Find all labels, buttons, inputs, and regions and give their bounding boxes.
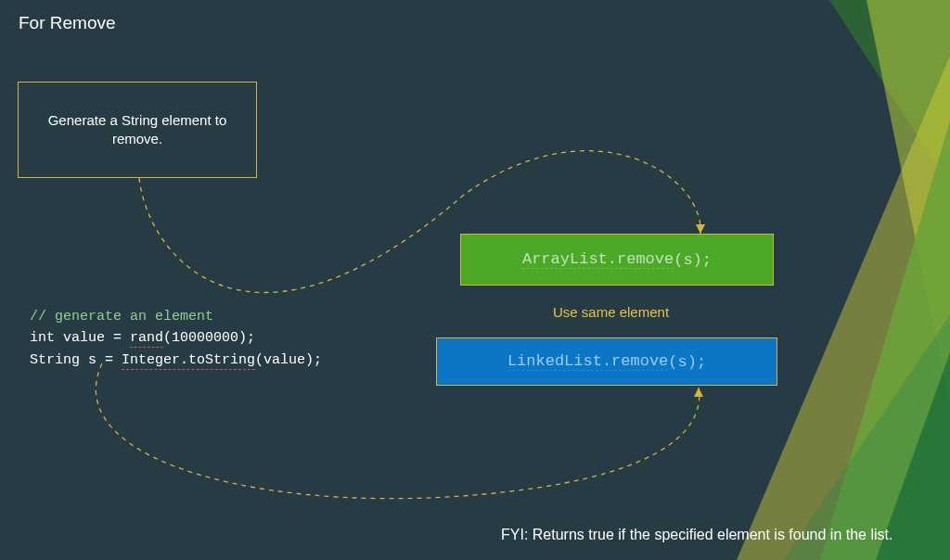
code-line2-pre: int value = (30, 330, 130, 346)
arraylist-remove-box: ArrayList.remove(s); (460, 234, 774, 286)
fyi-note: FYI: Returns true if the specified eleme… (501, 527, 892, 543)
linkedlist-remove-box: LinkedList.remove(s); (436, 337, 777, 386)
code-line3-pre: String s = (30, 352, 122, 368)
generate-element-text: Generate a String element to remove. (37, 111, 238, 149)
arraylist-api-name: ArrayList.remove (522, 250, 674, 269)
generate-element-box: Generate a String element to remove. (18, 82, 257, 178)
code-line3-fn: Integer.toString (122, 352, 255, 370)
linkedlist-api-name: LinkedList.remove (507, 352, 668, 371)
arraylist-api-rest: (s); (674, 251, 712, 269)
use-same-element-label: Use same element (553, 304, 669, 320)
code-block: // generate an element int value = rand(… (30, 306, 322, 371)
code-comment: // generate an element (30, 309, 213, 325)
code-line2-fn: rand (130, 330, 163, 348)
code-line3-post: (value); (255, 352, 322, 368)
code-line2-post: (10000000); (163, 330, 255, 346)
slide-title: For Remove (19, 13, 116, 33)
linkedlist-api-rest: (s); (668, 353, 706, 371)
